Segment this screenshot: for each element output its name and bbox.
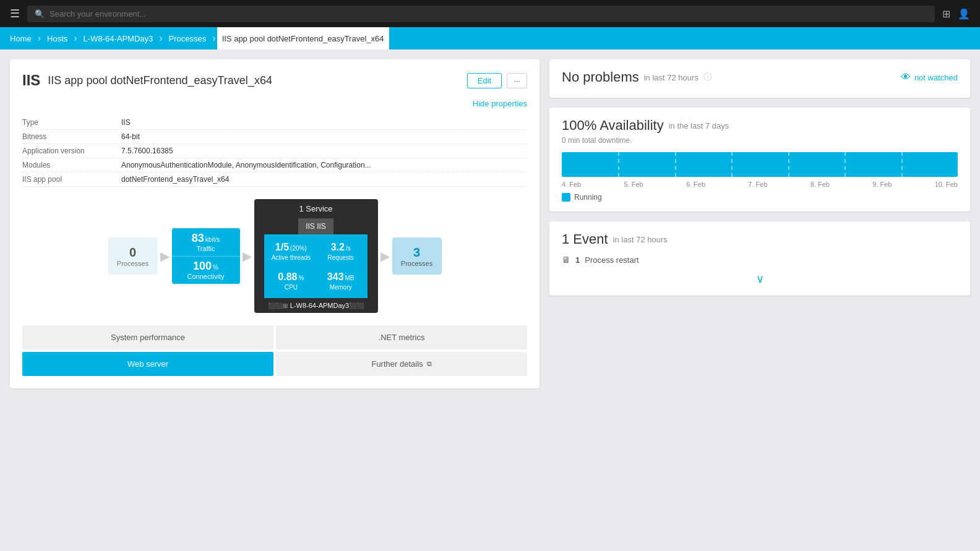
- breadcrumb-hosts[interactable]: Hosts: [42, 27, 72, 49]
- breadcrumb-chevron-4: ›: [212, 33, 215, 44]
- avail-dashed-5: [845, 152, 846, 177]
- event-count: 1: [575, 255, 580, 265]
- arrow-3: ▶: [378, 249, 392, 263]
- traffic-unit: kbit/s: [205, 236, 220, 243]
- tab-net-metrics[interactable]: .NET metrics: [276, 325, 527, 349]
- cpu-metric: 0.88 % CPU: [267, 267, 316, 296]
- prop-appversion-value: 7.5.7600.16385: [121, 147, 173, 155]
- event-restart-icon: 🖥: [562, 255, 570, 265]
- breadcrumb: Home › Hosts › L-W8-64-APMDay3 › Process…: [0, 27, 980, 49]
- service-count: 1: [299, 204, 306, 213]
- avail-dashed-6: [901, 152, 903, 177]
- event-label: Process restart: [585, 255, 638, 265]
- problems-card: No problems in last 72 hours ⓘ 👁 not wat…: [549, 59, 970, 98]
- right-process-count: 3: [413, 246, 420, 260]
- cpu-value: 0.88: [278, 271, 297, 283]
- avail-dashed-2: [675, 152, 676, 177]
- availability-dates: 4. Feb 5. Feb 6. Feb 7. Feb 8. Feb 9. Fe…: [562, 181, 958, 188]
- right-panel: No problems in last 72 hours ⓘ 👁 not wat…: [549, 59, 970, 388]
- further-details-label: Further details: [371, 359, 423, 369]
- date-4: 7. Feb: [748, 181, 767, 188]
- active-threads-value: 1/5: [275, 242, 289, 253]
- properties-table: Type IIS Bitness 64-bit Application vers…: [22, 116, 527, 187]
- panel-header: IIS IIS app pool dotNetFrontend_easyTrav…: [22, 72, 527, 89]
- traffic-connectivity-box: 83 kbit/s Traffic 100 % Connectivity: [172, 228, 240, 284]
- iis-logo: IIS: [22, 72, 40, 89]
- watch-button[interactable]: 👁 not watched: [901, 72, 958, 83]
- active-threads-pct: (20%): [290, 245, 307, 252]
- iis-icon: IIS: [22, 72, 40, 89]
- connectivity-value: 100: [193, 260, 212, 273]
- connectivity-box: 100 % Connectivity: [172, 257, 240, 284]
- bottom-tabs: System performance .NET metrics Web serv…: [22, 325, 527, 376]
- breadcrumb-home[interactable]: Home: [5, 27, 37, 49]
- traffic-label: Traffic: [197, 245, 215, 252]
- watched-label: not watched: [914, 73, 958, 82]
- prop-type-label: Type: [22, 118, 121, 127]
- search-bar[interactable]: 🔍: [27, 6, 935, 22]
- tab-system-performance[interactable]: System performance: [22, 325, 273, 349]
- no-problems-title: No problems: [562, 69, 639, 85]
- availability-legend: Running: [562, 193, 958, 202]
- more-button[interactable]: ···: [507, 73, 527, 88]
- events-title: 1 Event: [562, 231, 608, 247]
- events-card: 1 Event in last 72 hours 🖥 1 Process res…: [549, 221, 970, 296]
- breadcrumb-processes[interactable]: Processes: [164, 27, 212, 49]
- availability-card: 100% Availability in the last 7 days 0 m…: [549, 108, 970, 211]
- service-footer: ⬛⬛ ⊞ L-W8-64-APMDay3 ⬛⬛: [260, 298, 371, 313]
- traffic-value: 83: [192, 232, 204, 245]
- windows-icon[interactable]: ⊞: [942, 8, 950, 20]
- arrow-2: ▶: [240, 249, 254, 263]
- prop-iispool: IIS app pool dotNetFrontend_easyTravel_x…: [22, 173, 527, 187]
- traffic-box: 83 kbit/s Traffic: [172, 228, 240, 257]
- left-process-count: 0: [129, 246, 136, 260]
- service-block[interactable]: 1 Service IIS IIS 1/5 (20%) Active threa…: [254, 199, 378, 313]
- chevron-down-icon: ∨: [756, 272, 764, 286]
- tab-web-server[interactable]: Web server: [22, 352, 273, 376]
- requests-metric: 3.2 /s Requests: [316, 237, 365, 266]
- memory-value: 343: [327, 271, 344, 283]
- panel-title: IIS app pool dotNetFrontend_easyTravel_x…: [48, 74, 459, 87]
- prop-bitness-label: Bitness: [22, 132, 121, 141]
- hide-properties-link[interactable]: Hide properties: [22, 99, 527, 108]
- event-item-1: 🖥 1 Process restart: [562, 255, 958, 265]
- date-2: 5. Feb: [624, 181, 643, 188]
- right-processes-box[interactable]: 3 Processes: [392, 237, 442, 275]
- breadcrumb-host[interactable]: L-W8-64-APMDay3: [79, 27, 158, 49]
- memory-metric: 343 MB Memory: [316, 267, 365, 296]
- hamburger-icon[interactable]: ☰: [10, 7, 20, 20]
- search-input[interactable]: [49, 9, 927, 19]
- prop-appversion: Application version 7.5.7600.16385: [22, 144, 527, 158]
- info-icon[interactable]: ⓘ: [703, 72, 712, 83]
- edit-button[interactable]: Edit: [467, 73, 502, 88]
- requests-value: 3.2: [331, 242, 345, 253]
- requests-label: Requests: [321, 254, 360, 261]
- events-subtitle: in last 72 hours: [613, 235, 668, 244]
- date-5: 8. Feb: [810, 181, 830, 188]
- top-navbar: ☰ 🔍 ⊞ 👤: [0, 0, 980, 27]
- service-host-label: ⊞ L-W8-64-APMDay3: [283, 302, 349, 309]
- left-process-label: Processes: [117, 260, 148, 267]
- left-processes-box[interactable]: 0 Processes: [108, 237, 158, 275]
- expand-events-button[interactable]: ∨: [562, 272, 958, 286]
- problems-subtitle: in last 72 hours: [644, 73, 698, 82]
- prop-modules-label: Modules: [22, 161, 121, 169]
- availability-in-label: in the last 7 days: [669, 121, 729, 130]
- avail-dashed-3: [731, 152, 733, 177]
- availability-header: 100% Availability in the last 7 days: [562, 117, 958, 134]
- date-6: 9. Feb: [872, 181, 892, 188]
- date-1: 4. Feb: [562, 181, 581, 188]
- tab-further-details[interactable]: Further details ⧉: [276, 352, 527, 376]
- active-threads-metric: 1/5 (20%) Active threads: [267, 237, 316, 266]
- breadcrumb-chevron-3: ›: [159, 33, 162, 44]
- legend-running-dot: [562, 193, 570, 202]
- prop-appversion-label: Application version: [22, 147, 121, 155]
- service-label: Service: [306, 204, 332, 213]
- requests-unit: /s: [346, 245, 351, 252]
- legend-running-label: Running: [574, 193, 602, 202]
- breadcrumb-current: IIS app pool dotNetFrontend_easyTravel_x…: [217, 27, 389, 49]
- user-icon[interactable]: 👤: [958, 8, 970, 20]
- service-subheader: IIS IIS: [298, 218, 333, 234]
- prop-iispool-value: dotNetFrontend_easyTravel_x64: [121, 175, 229, 184]
- date-7: 10. Feb: [935, 181, 958, 188]
